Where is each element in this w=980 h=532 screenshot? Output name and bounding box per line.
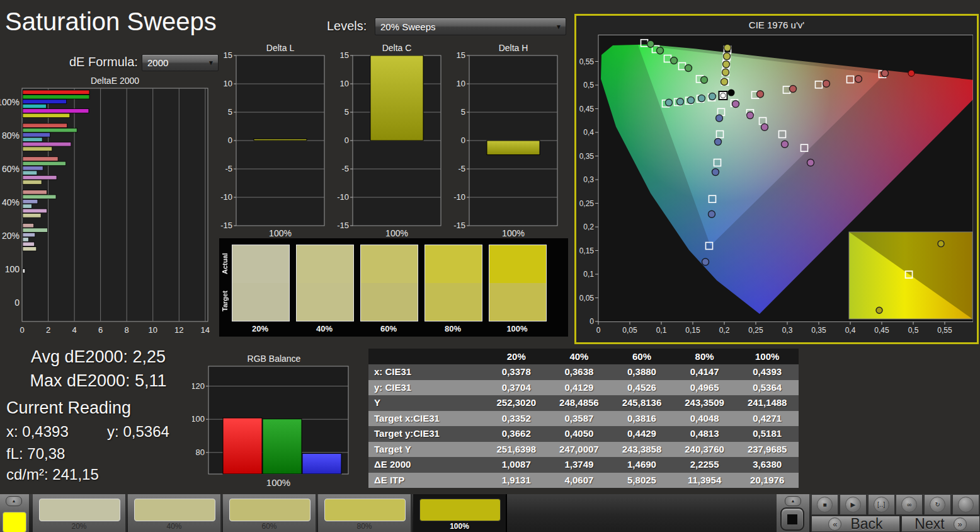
pattern-level-button-80%[interactable]: 80%	[318, 494, 412, 532]
actual-swatch	[425, 245, 482, 283]
de-formula-dropdown[interactable]: 2000 ▼	[142, 54, 219, 71]
compare-tile-40%	[296, 245, 354, 321]
back-button[interactable]: « Back	[811, 516, 900, 532]
table-cell: 0,3638	[548, 364, 611, 380]
refresh-icon: ↻	[935, 501, 940, 508]
svg-text:10: 10	[457, 79, 465, 88]
play-button[interactable]: ▶	[840, 494, 867, 515]
table-cell: 0,4526	[610, 380, 673, 396]
svg-text:5: 5	[228, 107, 232, 117]
svg-text:100%: 100%	[0, 97, 20, 107]
next-button-label: Next	[914, 516, 944, 532]
svg-text:20%: 20%	[2, 231, 20, 241]
table-cell: 237,9685	[736, 442, 799, 458]
svg-text:0: 0	[228, 136, 232, 145]
table-cell: 2,2255	[673, 457, 736, 473]
table-cell: 0,3352	[485, 411, 548, 427]
compare-tile-label: 60%	[360, 324, 418, 333]
refresh-button[interactable]: ↻	[924, 494, 951, 515]
pattern-color-swatch	[3, 512, 26, 532]
svg-text:100%: 100%	[266, 477, 290, 488]
loop-range-button[interactable]: [‥]	[868, 494, 895, 515]
table-cell: 243,3858	[610, 442, 673, 458]
table-cell: 0,3587	[548, 411, 611, 427]
table-column-header: 100%	[736, 349, 799, 364]
pattern-square-icon	[787, 514, 797, 524]
table-cell: 243,3509	[673, 395, 736, 411]
table-cell: 0,3662	[485, 426, 548, 442]
pattern-window-button[interactable]	[780, 507, 804, 531]
pattern-level-button-60%[interactable]: 60%	[223, 494, 317, 532]
delta-c-chart: Delta C151050-5-10-15100%	[329, 44, 444, 240]
svg-text:100%: 100%	[385, 228, 408, 238]
cie-x-tick-label: 0,25	[742, 326, 770, 335]
pattern-level-swatch	[134, 499, 215, 521]
expand-up-button[interactable]: ▲	[6, 496, 22, 506]
pattern-level-button-20%[interactable]: 20%	[33, 494, 127, 532]
svg-text:12: 12	[174, 325, 183, 335]
compare-tile-label: 80%	[424, 324, 482, 333]
levels-dropdown[interactable]: 20% Sweeps ▼	[375, 18, 566, 35]
actual-target-panel: Actual Target 20%40%60%80%100%	[219, 238, 568, 337]
pattern-level-button-40%[interactable]: 40%	[128, 494, 222, 532]
svg-text:14: 14	[201, 325, 210, 335]
svg-text:-15: -15	[220, 221, 232, 230]
target-swatch	[489, 283, 546, 321]
cie-x-tick-label: 0	[584, 326, 612, 335]
avg-de-stat: Avg dE2000: 2,25	[0, 347, 197, 367]
table-row-label: x: CIE31	[368, 364, 485, 380]
next-button[interactable]: Next »	[901, 516, 980, 532]
table-cell: 240,3760	[673, 442, 736, 458]
pattern-level-button-100%[interactable]: 100%	[413, 494, 507, 532]
blank-button[interactable]	[952, 494, 979, 515]
pattern-level-label: 40%	[128, 522, 220, 531]
table-row-label: Y	[368, 395, 485, 411]
cie-x-tick-label: 0,35	[805, 326, 833, 335]
table-column-header: 60%	[610, 349, 673, 364]
stop-button[interactable]: ■	[811, 494, 838, 515]
table-row: Target y:CIE310,36620,40500,44290,48130,…	[368, 426, 799, 442]
table-cell: 1,4690	[610, 457, 673, 473]
rgb-balance-title: RGB Balance	[192, 354, 356, 364]
svg-text:0: 0	[345, 136, 349, 145]
table-cell: 1,3749	[548, 457, 611, 473]
table-row: ΔE 20001,00871,37491,46902,22553,6380	[368, 457, 799, 473]
svg-text:4: 4	[72, 325, 76, 335]
cie-y-tick-label: 0	[578, 317, 594, 326]
infinity-button[interactable]: ∞	[896, 494, 923, 515]
cie-diagram-panel[interactable]: CIE 1976 u'v' 00,050,10,150,20,250,30,35…	[574, 14, 979, 344]
actual-row-label: Actual	[221, 245, 230, 282]
bottom-bar: ▲ 20%40%60%80%100% ▲ ■▶[‥]∞↻ « Back Next…	[0, 494, 980, 532]
table-row: Target x:CIE310,33520,35870,38160,40480,…	[368, 411, 799, 427]
svg-text:0: 0	[14, 298, 20, 308]
back-button-label: Back	[850, 516, 882, 532]
table-cell: 0,4393	[736, 364, 799, 380]
svg-text:0: 0	[20, 325, 24, 335]
levels-value: 20% Sweeps	[375, 21, 552, 32]
svg-text:120: 120	[192, 381, 205, 391]
table-cell: 0,3378	[485, 364, 548, 380]
cie-y-tick-label: 0,1	[578, 270, 594, 279]
next-chevrons-icon: »	[954, 518, 967, 531]
table-row: Y252,3020248,4856245,8136243,3509241,148…	[368, 395, 799, 411]
infinity-icon: ∞	[907, 501, 911, 508]
cie-y-tick-label: 0,4	[578, 128, 594, 137]
current-reading-xy: x: 0,4393 y: 0,5364	[6, 423, 169, 441]
cie-x-tick-label: 0,15	[679, 326, 707, 335]
table-cell: 251,6398	[485, 442, 548, 458]
actual-swatch	[361, 245, 418, 283]
cie-y-tick-label: 0,25	[578, 199, 594, 208]
svg-text:6: 6	[98, 325, 103, 335]
table-cell: 0,5181	[736, 426, 799, 442]
table-cell: 247,0007	[548, 442, 611, 458]
table-cell: 3,6380	[736, 457, 799, 473]
cie-y-tick-label: 0,55	[578, 57, 594, 66]
target-swatch	[232, 283, 289, 321]
svg-text:15: 15	[224, 50, 232, 60]
up-arrow-icon: ▲	[12, 499, 16, 503]
pattern-level-label: 80%	[318, 522, 411, 531]
expand-up-button[interactable]: ▲	[785, 496, 801, 506]
max-de-stat: Max dE2000: 5,11	[0, 371, 197, 391]
table-cell: 0,3816	[610, 411, 673, 427]
svg-text:8: 8	[125, 325, 129, 335]
